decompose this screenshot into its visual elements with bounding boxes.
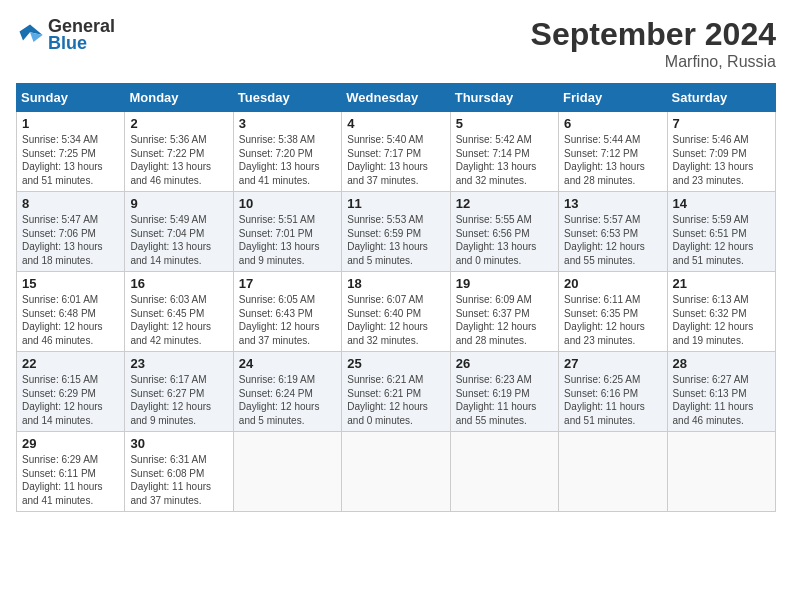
day-number: 11 <box>347 196 444 211</box>
empty-cell <box>450 432 558 512</box>
day-info: Sunrise: 6:05 AM Sunset: 6:43 PM Dayligh… <box>239 293 336 347</box>
day-info: Sunrise: 6:27 AM Sunset: 6:13 PM Dayligh… <box>673 373 770 427</box>
calendar-day-23: 23Sunrise: 6:17 AM Sunset: 6:27 PM Dayli… <box>125 352 233 432</box>
empty-cell <box>667 432 775 512</box>
calendar-day-24: 24Sunrise: 6:19 AM Sunset: 6:24 PM Dayli… <box>233 352 341 432</box>
logo-icon <box>16 21 44 49</box>
day-info: Sunrise: 6:07 AM Sunset: 6:40 PM Dayligh… <box>347 293 444 347</box>
calendar-day-5: 5Sunrise: 5:42 AM Sunset: 7:14 PM Daylig… <box>450 112 558 192</box>
calendar-day-14: 14Sunrise: 5:59 AM Sunset: 6:51 PM Dayli… <box>667 192 775 272</box>
calendar-day-21: 21Sunrise: 6:13 AM Sunset: 6:32 PM Dayli… <box>667 272 775 352</box>
day-info: Sunrise: 6:03 AM Sunset: 6:45 PM Dayligh… <box>130 293 227 347</box>
day-number: 26 <box>456 356 553 371</box>
day-info: Sunrise: 5:55 AM Sunset: 6:56 PM Dayligh… <box>456 213 553 267</box>
day-info: Sunrise: 6:01 AM Sunset: 6:48 PM Dayligh… <box>22 293 119 347</box>
calendar-day-16: 16Sunrise: 6:03 AM Sunset: 6:45 PM Dayli… <box>125 272 233 352</box>
day-number: 23 <box>130 356 227 371</box>
day-number: 1 <box>22 116 119 131</box>
day-number: 10 <box>239 196 336 211</box>
empty-cell <box>559 432 667 512</box>
day-number: 20 <box>564 276 661 291</box>
day-info: Sunrise: 6:13 AM Sunset: 6:32 PM Dayligh… <box>673 293 770 347</box>
day-info: Sunrise: 5:36 AM Sunset: 7:22 PM Dayligh… <box>130 133 227 187</box>
calendar-day-19: 19Sunrise: 6:09 AM Sunset: 6:37 PM Dayli… <box>450 272 558 352</box>
weekday-header-monday: Monday <box>125 84 233 112</box>
logo-text: General Blue <box>48 16 115 54</box>
calendar-day-8: 8Sunrise: 5:47 AM Sunset: 7:06 PM Daylig… <box>17 192 125 272</box>
day-number: 14 <box>673 196 770 211</box>
calendar-day-28: 28Sunrise: 6:27 AM Sunset: 6:13 PM Dayli… <box>667 352 775 432</box>
day-number: 19 <box>456 276 553 291</box>
day-number: 30 <box>130 436 227 451</box>
day-info: Sunrise: 5:34 AM Sunset: 7:25 PM Dayligh… <box>22 133 119 187</box>
weekday-header-saturday: Saturday <box>667 84 775 112</box>
calendar-day-26: 26Sunrise: 6:23 AM Sunset: 6:19 PM Dayli… <box>450 352 558 432</box>
calendar-table: SundayMondayTuesdayWednesdayThursdayFrid… <box>16 83 776 512</box>
day-info: Sunrise: 5:53 AM Sunset: 6:59 PM Dayligh… <box>347 213 444 267</box>
day-info: Sunrise: 6:31 AM Sunset: 6:08 PM Dayligh… <box>130 453 227 507</box>
day-number: 18 <box>347 276 444 291</box>
calendar-day-9: 9Sunrise: 5:49 AM Sunset: 7:04 PM Daylig… <box>125 192 233 272</box>
calendar-day-20: 20Sunrise: 6:11 AM Sunset: 6:35 PM Dayli… <box>559 272 667 352</box>
empty-cell <box>233 432 341 512</box>
day-info: Sunrise: 6:17 AM Sunset: 6:27 PM Dayligh… <box>130 373 227 427</box>
calendar-day-18: 18Sunrise: 6:07 AM Sunset: 6:40 PM Dayli… <box>342 272 450 352</box>
day-info: Sunrise: 5:59 AM Sunset: 6:51 PM Dayligh… <box>673 213 770 267</box>
weekday-header-thursday: Thursday <box>450 84 558 112</box>
location: Marfino, Russia <box>531 53 776 71</box>
day-number: 25 <box>347 356 444 371</box>
day-number: 2 <box>130 116 227 131</box>
weekday-header-friday: Friday <box>559 84 667 112</box>
month-title: September 2024 <box>531 16 776 53</box>
day-number: 3 <box>239 116 336 131</box>
day-number: 27 <box>564 356 661 371</box>
page-header: General Blue September 2024 Marfino, Rus… <box>16 16 776 71</box>
calendar-day-2: 2Sunrise: 5:36 AM Sunset: 7:22 PM Daylig… <box>125 112 233 192</box>
day-info: Sunrise: 5:51 AM Sunset: 7:01 PM Dayligh… <box>239 213 336 267</box>
day-info: Sunrise: 5:47 AM Sunset: 7:06 PM Dayligh… <box>22 213 119 267</box>
calendar-day-17: 17Sunrise: 6:05 AM Sunset: 6:43 PM Dayli… <box>233 272 341 352</box>
calendar-day-25: 25Sunrise: 6:21 AM Sunset: 6:21 PM Dayli… <box>342 352 450 432</box>
calendar-day-1: 1Sunrise: 5:34 AM Sunset: 7:25 PM Daylig… <box>17 112 125 192</box>
day-info: Sunrise: 6:25 AM Sunset: 6:16 PM Dayligh… <box>564 373 661 427</box>
calendar-day-27: 27Sunrise: 6:25 AM Sunset: 6:16 PM Dayli… <box>559 352 667 432</box>
day-number: 17 <box>239 276 336 291</box>
calendar-day-13: 13Sunrise: 5:57 AM Sunset: 6:53 PM Dayli… <box>559 192 667 272</box>
day-number: 21 <box>673 276 770 291</box>
day-info: Sunrise: 5:42 AM Sunset: 7:14 PM Dayligh… <box>456 133 553 187</box>
day-info: Sunrise: 6:09 AM Sunset: 6:37 PM Dayligh… <box>456 293 553 347</box>
day-info: Sunrise: 5:46 AM Sunset: 7:09 PM Dayligh… <box>673 133 770 187</box>
day-number: 8 <box>22 196 119 211</box>
day-number: 15 <box>22 276 119 291</box>
day-number: 28 <box>673 356 770 371</box>
calendar-day-12: 12Sunrise: 5:55 AM Sunset: 6:56 PM Dayli… <box>450 192 558 272</box>
day-info: Sunrise: 6:19 AM Sunset: 6:24 PM Dayligh… <box>239 373 336 427</box>
day-info: Sunrise: 5:57 AM Sunset: 6:53 PM Dayligh… <box>564 213 661 267</box>
day-number: 22 <box>22 356 119 371</box>
day-number: 6 <box>564 116 661 131</box>
day-number: 12 <box>456 196 553 211</box>
calendar-day-29: 29Sunrise: 6:29 AM Sunset: 6:11 PM Dayli… <box>17 432 125 512</box>
calendar-day-22: 22Sunrise: 6:15 AM Sunset: 6:29 PM Dayli… <box>17 352 125 432</box>
day-info: Sunrise: 5:40 AM Sunset: 7:17 PM Dayligh… <box>347 133 444 187</box>
weekday-header-sunday: Sunday <box>17 84 125 112</box>
day-info: Sunrise: 5:38 AM Sunset: 7:20 PM Dayligh… <box>239 133 336 187</box>
calendar-day-11: 11Sunrise: 5:53 AM Sunset: 6:59 PM Dayli… <box>342 192 450 272</box>
day-info: Sunrise: 6:21 AM Sunset: 6:21 PM Dayligh… <box>347 373 444 427</box>
day-number: 7 <box>673 116 770 131</box>
calendar-day-4: 4Sunrise: 5:40 AM Sunset: 7:17 PM Daylig… <box>342 112 450 192</box>
day-info: Sunrise: 6:15 AM Sunset: 6:29 PM Dayligh… <box>22 373 119 427</box>
calendar-day-15: 15Sunrise: 6:01 AM Sunset: 6:48 PM Dayli… <box>17 272 125 352</box>
title-block: September 2024 Marfino, Russia <box>531 16 776 71</box>
day-number: 5 <box>456 116 553 131</box>
day-number: 16 <box>130 276 227 291</box>
weekday-header-tuesday: Tuesday <box>233 84 341 112</box>
day-number: 9 <box>130 196 227 211</box>
day-info: Sunrise: 6:29 AM Sunset: 6:11 PM Dayligh… <box>22 453 119 507</box>
calendar-day-30: 30Sunrise: 6:31 AM Sunset: 6:08 PM Dayli… <box>125 432 233 512</box>
calendar-day-6: 6Sunrise: 5:44 AM Sunset: 7:12 PM Daylig… <box>559 112 667 192</box>
day-info: Sunrise: 5:44 AM Sunset: 7:12 PM Dayligh… <box>564 133 661 187</box>
day-number: 24 <box>239 356 336 371</box>
logo: General Blue <box>16 16 115 54</box>
day-info: Sunrise: 5:49 AM Sunset: 7:04 PM Dayligh… <box>130 213 227 267</box>
